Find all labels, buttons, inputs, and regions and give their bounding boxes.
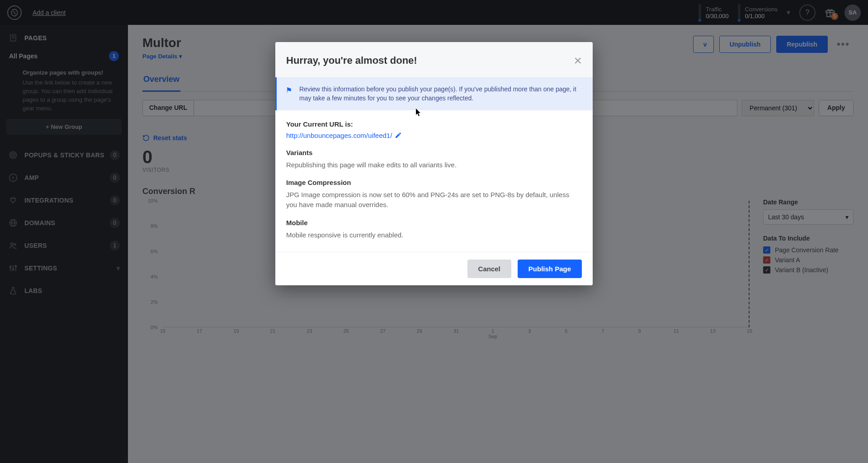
publish-modal: Hurray, you're almost done! × ⚑ Review t… xyxy=(275,42,593,285)
modal-overlay[interactable]: Hurray, you're almost done! × ⚑ Review t… xyxy=(0,0,868,463)
edit-url-icon[interactable] xyxy=(395,132,402,139)
variants-label: Variants xyxy=(286,149,582,156)
mobile-label: Mobile xyxy=(286,219,582,227)
modal-banner-text: Review this information before you publi… xyxy=(299,85,583,103)
url-label: Your Current URL is: xyxy=(286,120,582,128)
flag-icon: ⚑ xyxy=(286,85,292,103)
publish-page-button[interactable]: Publish Page xyxy=(518,260,582,278)
cancel-button[interactable]: Cancel xyxy=(467,260,511,278)
compression-text: JPG Image compression is now set to 60% … xyxy=(286,190,582,210)
variants-text: Republishing this page will make edits t… xyxy=(286,160,582,170)
current-url[interactable]: http://unbouncepages.com/uifeed1/ xyxy=(286,132,392,139)
compression-label: Image Compression xyxy=(286,179,582,186)
close-icon[interactable]: × xyxy=(574,54,582,67)
modal-banner: ⚑ Review this information before you pub… xyxy=(275,77,593,110)
mobile-text: Mobile responsive is currently enabled. xyxy=(286,230,582,240)
modal-title: Hurray, you're almost done! xyxy=(286,55,417,66)
